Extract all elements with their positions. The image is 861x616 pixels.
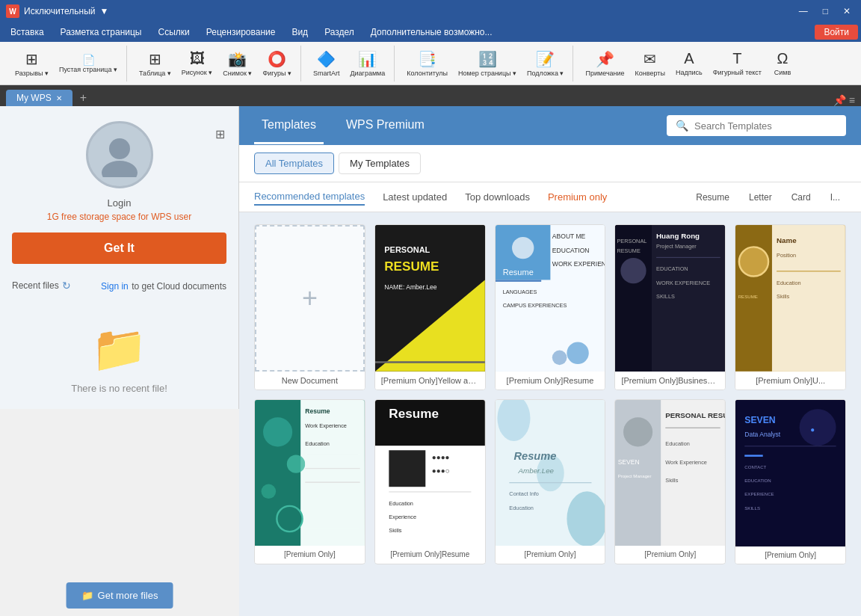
toolbar-envelope[interactable]: ✉ Конверты: [631, 47, 670, 80]
svg-point-65: [567, 491, 605, 546]
toolbar-screenshot[interactable]: 📸 Снимок ▾: [218, 47, 256, 80]
tab-close-btn[interactable]: ✕: [56, 94, 62, 102]
toolbar-symbol[interactable]: Ω Симв: [768, 47, 797, 80]
menu-extras[interactable]: Дополнительные возможно...: [363, 25, 500, 40]
svg-text:WORK EXPERIENCE: WORK EXPERIENCE: [656, 280, 710, 286]
type-card[interactable]: Card: [786, 190, 817, 205]
filter-top-downloads[interactable]: Top downloads: [465, 189, 530, 205]
tab-more-btn[interactable]: ≡: [849, 94, 855, 106]
no-recent-text: There is no recent file!: [71, 383, 167, 394]
menu-layout[interactable]: Разметка страницы: [53, 25, 149, 40]
template-brown-resume[interactable]: RESUME Name Position Education Skills [P…: [735, 224, 846, 390]
recent-label: Recent files ↻: [12, 280, 71, 292]
grid-icon[interactable]: ⊞: [215, 127, 225, 141]
template-teal-resume[interactable]: Resume Work Experience Education [Premiu…: [254, 399, 365, 564]
template-floral-resume[interactable]: Resume Amber.Lee Contact Info Education …: [495, 399, 606, 564]
svg-rect-12: [496, 280, 541, 281]
svg-text:Project Manager: Project Manager: [618, 473, 652, 478]
content-area: Templates WPS Premium 🔍 All Templates My…: [239, 106, 861, 616]
filter-all-templates[interactable]: All Templates: [254, 153, 334, 174]
toolbar-picture[interactable]: 🖼 Рисунок ▾: [177, 47, 217, 80]
svg-text:NAME: Amber.Lee: NAME: Amber.Lee: [384, 283, 437, 291]
new-doc-label: New Document: [255, 372, 365, 389]
template-darkblue-resume[interactable]: SEVEN Data Analyst CONTACT EDUCATION EXP…: [735, 399, 846, 564]
minimize-btn[interactable]: —: [794, 4, 812, 18]
menu-insert[interactable]: Вставка: [3, 25, 52, 40]
get-more-label: Get more files: [98, 590, 158, 601]
tab-pin-btn[interactable]: 📌: [833, 94, 846, 106]
template-new-document[interactable]: + New Document: [254, 224, 365, 390]
toolbar-note[interactable]: 📌 Примечание: [581, 47, 629, 80]
avatar: [86, 121, 153, 188]
svg-rect-85: [744, 446, 836, 446]
toolbar-pagenumber[interactable]: 🔢 Номер страницы ▾: [454, 47, 521, 80]
toolbar-shapes[interactable]: ⭕ Фигуры ▾: [258, 47, 296, 80]
type-more[interactable]: I...: [824, 190, 846, 205]
filter-recommended[interactable]: Recommended templates: [254, 188, 365, 206]
svg-text:CONTACT: CONTACT: [744, 464, 766, 469]
tab-templates[interactable]: Templates: [254, 108, 324, 144]
template-bw-resume[interactable]: Resume ●●●● ●●●○ Education Experience Sk…: [374, 399, 486, 564]
tab-add-btn[interactable]: +: [75, 90, 91, 106]
tab-wps-premium[interactable]: WPS Premium: [339, 108, 432, 144]
get-it-button[interactable]: Get It: [12, 232, 226, 264]
svg-text:Experience: Experience: [389, 514, 416, 520]
svg-rect-69: [509, 482, 591, 483]
menu-review[interactable]: Рецензирование: [199, 25, 283, 40]
svg-text:EXPERIENCE: EXPERIENCE: [744, 491, 774, 496]
toolbar-breaks[interactable]: ⊞ Разрывы ▾: [10, 47, 53, 80]
menu-view[interactable]: Вид: [284, 25, 315, 40]
template-yellow-resume[interactable]: PERSONAL RESUME NAME: Amber.Lee [Premium…: [374, 224, 486, 390]
template-dark-resume[interactable]: PERSONAL RESUME Huang Rong Project Manag…: [614, 224, 726, 390]
toolbar-group-chart: 🔷 SmartArt 📊 Диаграмма: [304, 46, 395, 81]
svg-text:Huang Rong: Huang Rong: [656, 232, 700, 240]
blue-resume-label: [Premium Only]Resume: [496, 372, 605, 389]
content-header: Templates WPS Premium 🔍: [239, 106, 861, 145]
refresh-icon[interactable]: ↻: [62, 280, 71, 292]
login-btn[interactable]: Войти: [815, 25, 858, 40]
toolbar-blank-page[interactable]: 📄 Пустая страница ▾: [55, 47, 122, 80]
close-btn[interactable]: ✕: [839, 4, 855, 18]
svg-text:SKILLS: SKILLS: [744, 505, 760, 511]
svg-point-44: [262, 484, 277, 499]
toolbar-caption[interactable]: A Надпись: [671, 47, 707, 80]
toolbar-chart[interactable]: 📊 Диаграмма: [345, 47, 389, 80]
svg-text:PERSONAL RESUME: PERSONAL RESUME: [666, 411, 726, 419]
darkblue-resume-thumb: SEVEN Data Analyst CONTACT EDUCATION EXP…: [735, 400, 845, 546]
templates-grid: + New Document PERSONAL RESUME NAME: Amb…: [239, 212, 861, 616]
filter-my-templates[interactable]: My Templates: [339, 153, 421, 174]
svg-text:PERSONAL: PERSONAL: [617, 238, 647, 244]
svg-point-33: [739, 247, 768, 276]
toolbar-table[interactable]: ⊞ Таблица ▾: [135, 47, 176, 80]
filter-latest[interactable]: Latest updated: [383, 189, 447, 205]
type-resume[interactable]: Resume: [690, 190, 735, 205]
menu-section[interactable]: Раздел: [317, 25, 362, 40]
svg-text:Education: Education: [389, 499, 413, 506]
toolbar-wordart[interactable]: T Фигурный текст: [709, 47, 766, 80]
type-letter[interactable]: Letter: [743, 190, 778, 205]
search-box: 🔍: [667, 115, 846, 136]
teal-resume-label: [Premium Only]: [255, 546, 365, 563]
sign-in-link[interactable]: Sign in: [101, 281, 129, 292]
watermark-label: Подложка ▾: [527, 70, 564, 77]
svg-point-10: [512, 237, 534, 259]
toolbar-smartart[interactable]: 🔷 SmartArt: [309, 47, 345, 80]
recent-label-text: Recent files: [12, 280, 59, 291]
toolbar-watermark[interactable]: 📝 Подложка ▾: [522, 47, 568, 80]
toolbar-headersfooters[interactable]: 📑 Колонтитулы: [402, 47, 452, 80]
menu-references[interactable]: Ссылки: [150, 25, 197, 40]
sign-in-row: Sign in to get Cloud documents: [101, 279, 226, 292]
title-bar: W Исключительный ▼ — □ ✕: [0, 0, 861, 22]
symbol-icon: Ω: [777, 50, 788, 67]
template-gray-resume[interactable]: SEVEN Project Manager PERSONAL RESUME Ed…: [614, 399, 726, 564]
toolbar-group-page: ⊞ Разрывы ▾ 📄 Пустая страница ▾: [6, 46, 127, 81]
title-dropdown[interactable]: ▼: [100, 6, 109, 16]
maximize-btn[interactable]: □: [818, 4, 833, 18]
tab-mywps[interactable]: My WPS ✕: [6, 90, 72, 106]
search-input[interactable]: [694, 120, 837, 132]
filter-premium[interactable]: Premium only: [548, 189, 607, 205]
get-more-button[interactable]: 📁 Get more files: [67, 582, 173, 609]
wordart-label: Фигурный текст: [713, 69, 762, 76]
note-icon: 📌: [596, 50, 614, 68]
template-blue-resume[interactable]: Resume ABOUT ME EDUCATION WORK EXPERIENC…: [495, 224, 606, 390]
